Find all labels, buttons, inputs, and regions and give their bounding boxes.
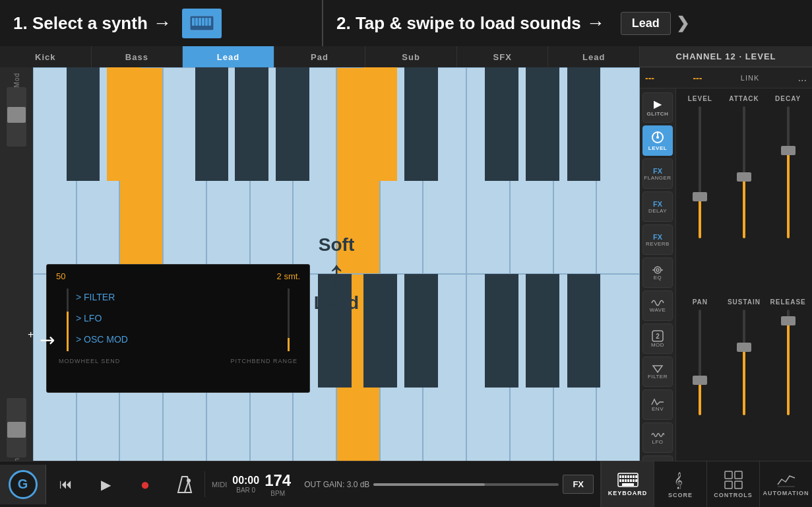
modwheel-track[interactable] [67,288,69,351]
tab-lead[interactable]: Lead [183,46,274,67]
pan-thumb[interactable] [693,376,707,385]
rewind-button[interactable]: ⏮ [46,465,86,504]
flanger-button[interactable]: FX FLANGER [642,158,673,189]
oscmod-item[interactable]: > OSC MOD [76,334,128,345]
white-key[interactable] [423,274,466,481]
glitch-button[interactable]: ▶ GLITCH [642,92,673,123]
white-key[interactable] [380,274,423,481]
white-key[interactable] [466,274,510,481]
tab-lead2[interactable]: Lead [548,46,640,67]
lfo-label: LFO [652,439,663,445]
white-key[interactable] [423,67,466,274]
filter-item[interactable]: > FILTER [76,292,128,302]
automation-nav-label: AUTOMATION [763,490,809,496]
gain-slider[interactable] [373,483,559,486]
right-top-dots[interactable]: ... [798,72,807,84]
white-key[interactable] [510,274,553,481]
sustain-thumb[interactable] [737,343,751,352]
metronome-button[interactable] [165,465,204,504]
white-key[interactable] [77,67,120,274]
delay-label: DELAY [648,208,667,214]
decay-slider-container[interactable] [766,106,809,294]
tab-sub[interactable]: Sub [365,46,457,67]
pan-slider-track[interactable] [699,310,701,415]
wave-button[interactable]: WAVE [642,290,673,321]
attack-slider-container[interactable] [723,106,766,294]
keyboard-nav-button[interactable]: KEYBOARD [601,461,654,508]
white-key[interactable] [33,67,77,274]
release-slider-track[interactable] [787,310,790,415]
svg-rect-24 [622,475,624,478]
level-slider-track[interactable] [699,106,701,238]
eq-button[interactable]: EQ [642,257,673,288]
record-button[interactable]: ● [125,465,165,504]
fx-button[interactable]: FX [563,475,594,494]
filter-button[interactable]: FILTER [642,356,673,387]
decay-thumb[interactable] [781,146,796,155]
decay-slider-track[interactable] [787,106,790,238]
right-top-dashes: --- [645,73,654,83]
attack-slider-track[interactable] [743,106,745,238]
controls-nav-label: CONTROLS [714,492,753,498]
level-slider-container[interactable] [679,106,722,294]
tab-sfx[interactable]: SFX [457,46,549,67]
pitchbend-track[interactable] [288,288,290,351]
white-key[interactable] [596,67,640,274]
white-key[interactable] [293,67,336,274]
mod-button[interactable]: 2 MOD [642,323,673,354]
automation-nav-button[interactable]: AUTOMATION [759,461,812,508]
white-key-highlight[interactable] [336,274,380,481]
lfo-button[interactable]: LFO [642,422,673,453]
decay-header: DECAY [766,92,809,105]
tab-bass[interactable]: Bass [92,46,183,67]
time-display: 00:00 BAR 0 [232,475,259,494]
play-button[interactable]: ▶ [86,465,125,504]
env-button[interactable]: ENV [642,389,673,420]
gain-section: OUT GAIN: 3.0 dB FX [297,475,600,494]
tab-kick[interactable]: Kick [0,46,92,67]
white-key[interactable] [553,67,597,274]
popup-menu-items: > FILTER > LFO > OSC MOD [76,292,128,345]
white-key[interactable] [250,67,294,274]
release-thumb[interactable] [781,316,796,325]
gain-label: OUT GAIN: 3.0 dB [304,480,369,489]
delay-button[interactable]: FX DELAY [642,191,673,222]
white-key[interactable] [596,274,640,481]
instruction-right: 2. Tap & swipe to load sounds → Lead ❯ [323,0,812,46]
score-nav-button[interactable]: 𝄞 SCORE [654,461,706,508]
instruction2-text: 2. Tap & swipe to load sounds [336,13,581,34]
chevron-right-top[interactable]: ❯ [671,14,695,32]
white-key-highlight[interactable] [119,67,163,274]
logo-button[interactable]: G [0,465,46,504]
white-key[interactable] [163,67,206,274]
svg-rect-37 [622,483,634,486]
level-thumb[interactable] [693,192,707,201]
attack-thumb[interactable] [737,172,751,182]
score-nav-label: SCORE [668,492,693,498]
filter-label: FILTER [648,374,668,380]
sustain-header: SUSTAIN [723,296,766,308]
svg-rect-32 [625,479,627,482]
white-key[interactable] [553,274,597,481]
white-key[interactable] [466,67,510,274]
pitchbend-value: 2 smt. [277,271,300,281]
lead-badge[interactable]: Lead [621,12,671,35]
tab-pad[interactable]: Pad [274,46,366,67]
white-key[interactable] [206,67,250,274]
pitch-slider[interactable] [7,398,26,457]
mod-slider[interactable] [7,87,26,147]
svg-rect-30 [619,479,621,482]
mod-label2: MOD [651,342,664,348]
sustain-slider-track[interactable] [743,310,745,415]
instruction-left: 1. Select a synth → [0,0,323,46]
lfo-item[interactable]: > LFO [76,313,128,323]
reverb-button[interactable]: FX REVERB [642,224,673,255]
level-button[interactable]: LEVEL [642,125,673,156]
release-fill [787,323,790,415]
white-key[interactable] [510,67,553,274]
wave-icon [651,299,664,307]
white-key-highlight[interactable] [336,67,380,274]
white-key[interactable] [380,67,423,274]
controls-nav-button[interactable]: CONTROLS [706,461,759,508]
modwheel-label: MODWHEEL SEND [59,358,120,364]
